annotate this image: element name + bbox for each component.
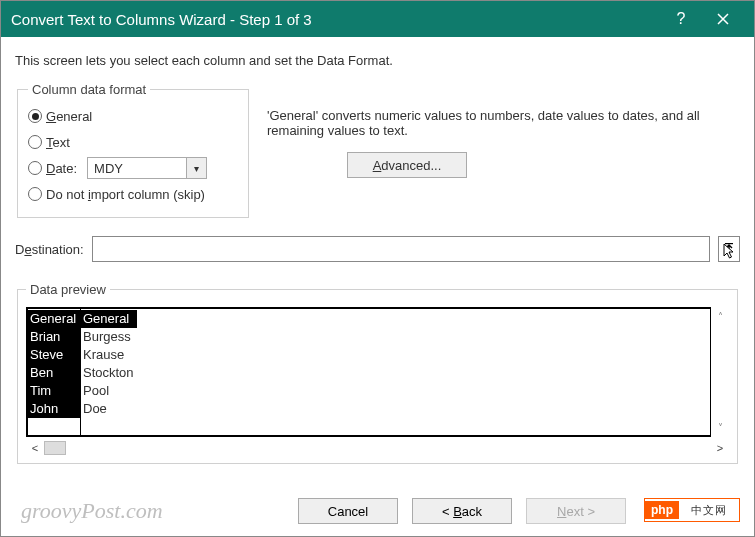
title-bar: Convert Text to Columns Wizard - Step 1 …	[1, 1, 754, 37]
window-title: Convert Text to Columns Wizard - Step 1 …	[11, 11, 660, 28]
radio-text-row[interactable]: Text	[28, 129, 238, 155]
badge-left: php	[645, 501, 679, 519]
table-row: Steve	[28, 346, 80, 364]
radio-skip-row[interactable]: Do not import column (skip)	[28, 181, 238, 207]
radio-general-label: General	[46, 109, 92, 124]
scroll-down-icon[interactable]: ˅	[718, 422, 723, 433]
cursor-icon	[723, 243, 739, 259]
instruction-text: This screen lets you select each column …	[15, 53, 740, 68]
radio-general-row[interactable]: General	[28, 103, 238, 129]
destination-label: Destination:	[15, 242, 84, 257]
table-row: Burgess	[81, 328, 710, 346]
close-button[interactable]	[702, 1, 744, 37]
data-preview-group: Data preview General Brian Steve Ben Tim…	[17, 282, 738, 464]
table-row: Pool	[81, 382, 710, 400]
vertical-scrollbar[interactable]: ˄ ˅	[711, 307, 729, 437]
preview-column-2[interactable]: General Burgess Krause Stockton Pool Doe	[81, 309, 710, 435]
table-row: Ben	[28, 364, 80, 382]
php-badge: php 中文网	[644, 498, 740, 522]
chevron-down-icon[interactable]: ▾	[186, 158, 206, 178]
radio-date[interactable]	[28, 161, 42, 175]
date-format-select[interactable]: MDY ▾	[87, 157, 207, 179]
cancel-button[interactable]: Cancel	[298, 498, 398, 524]
radio-date-row[interactable]: Date: MDY ▾	[28, 155, 238, 181]
preview-col1-header: General	[28, 310, 80, 328]
scrollbar-thumb[interactable]	[44, 441, 66, 455]
format-hint-text: 'General' converts numeric values to num…	[267, 108, 740, 138]
scroll-up-icon[interactable]: ˄	[718, 311, 723, 322]
help-button[interactable]: ?	[660, 1, 702, 37]
table-row: Tim	[28, 382, 80, 400]
radio-text[interactable]	[28, 135, 42, 149]
table-row: Doe	[81, 400, 710, 418]
radio-text-label: Text	[46, 135, 70, 150]
advanced-button[interactable]: Advanced...	[347, 152, 467, 178]
badge-right: 中文网	[679, 503, 739, 518]
column-format-legend: Column data format	[28, 82, 150, 97]
date-format-value: MDY	[88, 161, 186, 176]
table-row: John	[28, 400, 80, 418]
preview-table[interactable]: General Brian Steve Ben Tim John General…	[26, 307, 711, 437]
scroll-left-icon[interactable]: <	[26, 442, 44, 454]
table-row: Krause	[81, 346, 710, 364]
table-row: Stockton	[81, 364, 710, 382]
next-button[interactable]: Next >	[526, 498, 626, 524]
watermark-text: groovyPost.com	[21, 498, 163, 524]
back-button[interactable]: < Back	[412, 498, 512, 524]
close-icon	[717, 13, 729, 25]
data-preview-legend: Data preview	[26, 282, 110, 297]
preview-col2-header: General	[81, 310, 137, 328]
radio-general[interactable]	[28, 109, 42, 123]
radio-skip[interactable]	[28, 187, 42, 201]
horizontal-scrollbar[interactable]: < >	[26, 439, 729, 457]
column-data-format-group: Column data format General Text Date: MD…	[17, 82, 249, 218]
radio-date-label: Date:	[46, 161, 77, 176]
table-row: Brian	[28, 328, 80, 346]
destination-input[interactable]	[92, 236, 710, 262]
preview-column-1[interactable]: General Brian Steve Ben Tim John	[28, 309, 80, 435]
radio-skip-label: Do not import column (skip)	[46, 187, 205, 202]
scroll-right-icon[interactable]: >	[711, 442, 729, 454]
